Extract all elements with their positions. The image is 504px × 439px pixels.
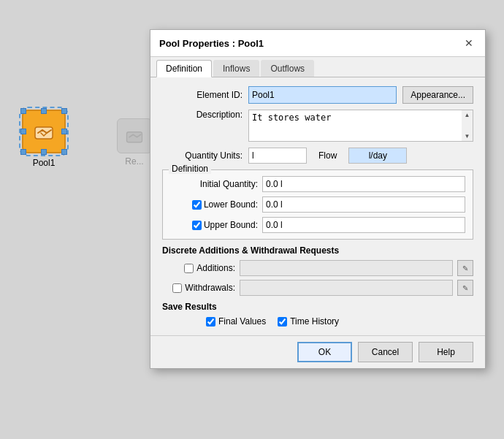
tab-inflows[interactable]: Inflows — [213, 60, 259, 77]
lower-bound-checkbox-label[interactable]: Lower Bound: — [170, 199, 258, 210]
time-history-checkbox-label[interactable]: Time History — [278, 316, 339, 327]
tab-definition[interactable]: Definition — [156, 60, 212, 77]
quantity-units-label: Quantity Units: — [162, 150, 243, 161]
pool-label: Pool1 — [33, 158, 56, 168]
scroll-up-arrow[interactable]: ▲ — [465, 110, 470, 120]
upper-bound-label: Upper Bound: — [204, 220, 258, 230]
withdrawals-edit-button[interactable]: ✎ — [457, 280, 473, 296]
svg-rect-0 — [35, 127, 53, 139]
element-id-row: Element ID: Appearance... — [162, 86, 473, 104]
handle-tl — [20, 108, 26, 114]
dialog-title: Pool Properties : Pool1 — [159, 38, 264, 49]
upper-bound-checkbox-label[interactable]: Upper Bound: — [170, 220, 258, 230]
handle-bm — [41, 149, 47, 155]
element-id-input[interactable] — [248, 86, 397, 104]
pool-svg-icon — [32, 120, 56, 143]
scroll-down-arrow[interactable]: ▼ — [465, 131, 470, 141]
description-textarea[interactable]: It stores water — [248, 110, 462, 142]
additions-edit-button[interactable]: ✎ — [457, 260, 473, 276]
flow-units-input[interactable] — [348, 148, 407, 164]
discrete-section: Discrete Additions & Withdrawal Requests… — [162, 245, 473, 296]
close-button[interactable]: ✕ — [462, 36, 476, 50]
handle-tr — [61, 108, 67, 114]
handle-tm — [41, 108, 47, 114]
initial-quantity-row: Initial Quantity: — [170, 176, 465, 192]
final-values-checkbox-label[interactable]: Final Values — [206, 316, 266, 327]
pool-properties-dialog: Pool Properties : Pool1 ✕ Definition Inf… — [150, 29, 486, 369]
ghost-icon-container: Re... — [117, 118, 152, 167]
time-history-label: Time History — [290, 316, 339, 327]
description-textarea-wrap: It stores water ▲ ▼ — [248, 110, 473, 142]
dialog-footer: OK Cancel Help — [150, 335, 485, 368]
dialog-titlebar: Pool Properties : Pool1 ✕ — [150, 30, 485, 57]
save-results-section: Save Results Final Values Time History — [162, 302, 473, 327]
withdrawals-checkbox-label[interactable]: Withdrawals: — [162, 283, 235, 293]
quantity-units-row: Quantity Units: Flow — [162, 148, 473, 164]
lower-bound-label: Lower Bound: — [204, 199, 258, 210]
handle-br — [61, 149, 67, 155]
withdrawals-input[interactable] — [240, 280, 453, 296]
handle-bl — [20, 149, 26, 155]
appearance-button[interactable]: Appearance... — [402, 86, 473, 104]
tabs-bar: Definition Inflows Outflows — [150, 57, 485, 77]
additions-checkbox-label[interactable]: Additions: — [162, 263, 235, 273]
definition-group: Definition Initial Quantity: Lower Bound… — [162, 169, 473, 240]
ok-button[interactable]: OK — [297, 342, 352, 362]
description-scrollbar[interactable]: ▲ ▼ — [462, 110, 473, 142]
description-row: Description: It stores water ▲ ▼ — [162, 110, 473, 142]
quantity-units-input[interactable] — [248, 148, 307, 164]
description-label: Description: — [162, 110, 243, 120]
lower-bound-input[interactable] — [262, 196, 465, 213]
definition-group-title: Definition — [169, 164, 211, 174]
additions-checkbox[interactable] — [184, 264, 194, 273]
pool-icon-container: Pool1 — [22, 110, 66, 168]
element-id-label: Element ID: — [162, 90, 243, 100]
withdrawals-row: Withdrawals: ✎ — [162, 280, 473, 296]
initial-quantity-label: Initial Quantity: — [170, 179, 258, 189]
withdrawals-label: Withdrawals: — [185, 283, 235, 293]
lower-bound-checkbox[interactable] — [192, 200, 202, 210]
handle-rm — [61, 129, 67, 134]
ghost-icon — [117, 118, 152, 153]
time-history-checkbox[interactable] — [278, 317, 287, 327]
additions-input[interactable] — [240, 260, 453, 276]
additions-label: Additions: — [196, 263, 235, 273]
upper-bound-checkbox[interactable] — [192, 221, 202, 230]
withdrawals-checkbox[interactable] — [172, 283, 182, 293]
additions-row: Additions: ✎ — [162, 260, 473, 276]
pool-icon[interactable] — [22, 110, 66, 153]
final-values-label: Final Values — [218, 316, 266, 327]
ghost-label: Re... — [125, 156, 143, 167]
upper-bound-row: Upper Bound: — [170, 217, 465, 233]
flow-label: Flow — [318, 150, 337, 161]
handle-lm — [20, 129, 26, 134]
ghost-svg — [124, 126, 145, 146]
help-button[interactable]: Help — [419, 342, 473, 362]
save-results-row: Final Values Time History — [162, 316, 473, 327]
save-results-title: Save Results — [162, 302, 473, 312]
cancel-button[interactable]: Cancel — [358, 342, 413, 362]
dialog-content: Element ID: Appearance... Description: I… — [150, 77, 485, 335]
upper-bound-input[interactable] — [262, 217, 465, 233]
discrete-title: Discrete Additions & Withdrawal Requests — [162, 245, 473, 256]
tab-outflows[interactable]: Outflows — [261, 60, 314, 77]
initial-quantity-input[interactable] — [262, 176, 465, 192]
final-values-checkbox[interactable] — [206, 317, 215, 327]
lower-bound-row: Lower Bound: — [170, 196, 465, 213]
